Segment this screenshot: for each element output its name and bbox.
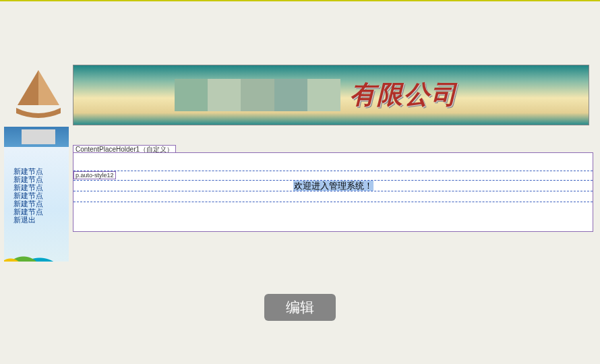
guide-line bbox=[73, 191, 593, 191]
header-banner: 有限公司 bbox=[73, 65, 589, 125]
company-suffix: 有限公司 bbox=[350, 78, 458, 112]
sidebar-item-3[interactable]: 新建节点 bbox=[13, 191, 69, 200]
sidebar-links: 新建节点 新建节点 新建节点 新建节点 新建节点 新建节点 新退出 bbox=[4, 147, 69, 224]
guide-line bbox=[73, 202, 593, 202]
company-name-redacted bbox=[175, 79, 340, 111]
welcome-text: 欢迎进入管理系统！ bbox=[293, 181, 373, 191]
sidebar-item-2[interactable]: 新建节点 bbox=[13, 183, 69, 191]
content-placeholder[interactable]: p.auto-style12 欢迎进入管理系统！ bbox=[73, 152, 593, 232]
sidebar: 新建节点 新建节点 新建节点 新建节点 新建节点 新建节点 新退出 bbox=[4, 147, 69, 262]
sidebar-item-1[interactable]: 新建节点 bbox=[13, 175, 69, 183]
company-logo bbox=[12, 66, 65, 119]
sidebar-header bbox=[4, 127, 69, 147]
placeholder-top-area bbox=[73, 156, 593, 171]
page-root: 有限公司 新建节点 新建节点 新建节点 新建节点 新建节点 新建节点 新退出 C… bbox=[0, 1, 600, 364]
sidebar-item-4[interactable]: 新建节点 bbox=[13, 200, 69, 208]
sidebar-item-0[interactable]: 新建节点 bbox=[13, 167, 69, 175]
welcome-paragraph[interactable]: 欢迎进入管理系统！ bbox=[73, 180, 593, 191]
sidebar-item-5[interactable]: 新建节点 bbox=[13, 208, 69, 216]
sidebar-header-redacted bbox=[22, 129, 55, 144]
element-tag[interactable]: p.auto-style12 bbox=[73, 171, 116, 179]
sidebar-item-exit[interactable]: 新退出 bbox=[13, 216, 69, 224]
edit-button[interactable]: 编辑 bbox=[264, 294, 336, 321]
